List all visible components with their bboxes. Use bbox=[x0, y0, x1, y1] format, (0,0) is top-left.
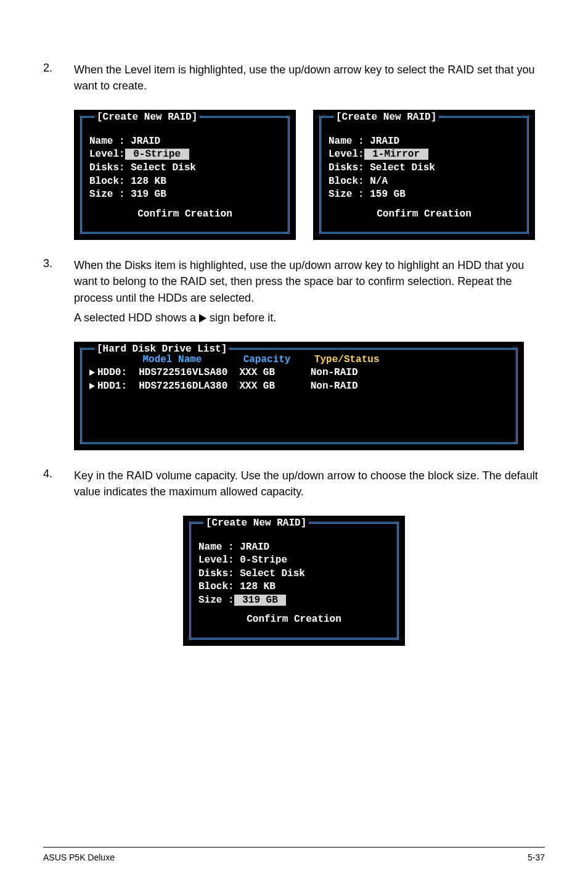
field-disks: Disks: Select Disk bbox=[198, 568, 305, 579]
confirm-creation[interactable]: Confirm Creation bbox=[377, 208, 472, 220]
field-name: Name : JRAID bbox=[89, 136, 160, 147]
step-number: 2. bbox=[43, 62, 74, 97]
create-raid-panel-size: [Create New RAID] Name : JRAID Level: 0-… bbox=[183, 516, 405, 646]
triangle-right-icon bbox=[89, 369, 95, 376]
triangle-right-icon bbox=[89, 383, 95, 389]
col-model: Model Name bbox=[142, 354, 202, 365]
field-block: Block: 128 KB bbox=[198, 581, 276, 592]
field-size: Size : 319 GB bbox=[89, 189, 166, 200]
field-size: Size : 159 GB bbox=[329, 189, 406, 200]
field-size-value[interactable]: 319 GB bbox=[234, 595, 287, 606]
field-level-value[interactable]: 1-Mirror bbox=[364, 149, 428, 160]
footer-right: 5-37 bbox=[528, 852, 545, 862]
panel-title: [Create New RAID] bbox=[333, 112, 439, 123]
field-level: Level: 0-Stripe bbox=[198, 555, 287, 566]
step-3: 3. When the Disks item is highlighted, u… bbox=[43, 257, 545, 329]
field-disks: Disks: Select Disk bbox=[329, 162, 435, 173]
panel-title: [Hard Disk Drive List] bbox=[94, 344, 229, 355]
hdd0-id[interactable]: HDD0: bbox=[97, 367, 127, 378]
hdd1-cap: XXX GB bbox=[239, 381, 275, 392]
note-prefix: A selected HDD shows a bbox=[74, 311, 199, 324]
step-text: When the Disks item is highlighted, use … bbox=[74, 257, 545, 305]
col-type: Type/Status bbox=[314, 354, 380, 365]
field-block: Block: N/A bbox=[329, 176, 388, 187]
field-disks: Disks: Select Disk bbox=[89, 162, 196, 173]
note-suffix: sign before it. bbox=[206, 311, 276, 324]
footer-left: ASUS P5K Deluxe bbox=[43, 852, 115, 862]
col-capacity: Capacity bbox=[243, 354, 291, 365]
create-raid-panel-stripe: [Create New RAID] Name : JRAID Level: 0-… bbox=[74, 110, 296, 240]
hdd1-model: HDS722516DLA380 bbox=[139, 381, 227, 392]
step-text: When the Level item is highlighted, use … bbox=[74, 62, 545, 94]
hdd1-id[interactable]: HDD1: bbox=[97, 381, 127, 392]
field-level-label: Level: bbox=[89, 149, 125, 160]
panel-title: [Create New RAID] bbox=[203, 518, 309, 529]
step-number: 3. bbox=[43, 257, 74, 329]
panels-step2: [Create New RAID] Name : JRAID Level: 0-… bbox=[74, 110, 545, 240]
hdd0-model: HDS722516VLSA80 bbox=[139, 367, 227, 378]
confirm-creation[interactable]: Confirm Creation bbox=[247, 614, 341, 625]
field-size-label: Size : bbox=[198, 595, 234, 606]
confirm-creation[interactable]: Confirm Creation bbox=[137, 208, 232, 220]
hdd-list-panel: [Hard Disk Drive List] Model Name Capaci… bbox=[74, 342, 524, 450]
step-4: 4. Key in the RAID volume capacity. Use … bbox=[43, 468, 545, 503]
triangle-right-icon bbox=[199, 314, 206, 323]
panel-title: [Create New RAID] bbox=[94, 112, 200, 123]
step-note: A selected HDD shows a sign before it. bbox=[74, 310, 545, 326]
field-name: Name : JRAID bbox=[198, 542, 269, 553]
step-2: 2. When the Level item is highlighted, u… bbox=[43, 62, 545, 97]
field-block: Block: 128 KB bbox=[89, 176, 166, 187]
field-level-label: Level: bbox=[329, 149, 364, 160]
field-level-value[interactable]: 0-Stripe bbox=[125, 149, 189, 160]
create-raid-panel-mirror: [Create New RAID] Name : JRAID Level: 1-… bbox=[313, 110, 535, 240]
page-footer: ASUS P5K Deluxe 5-37 bbox=[43, 847, 545, 862]
step-text: Key in the RAID volume capacity. Use the… bbox=[74, 468, 545, 500]
step-number: 4. bbox=[43, 468, 74, 503]
hdd0-cap: XXX GB bbox=[239, 367, 275, 378]
hdd0-type: Non-RAID bbox=[311, 367, 358, 378]
field-name: Name : JRAID bbox=[329, 136, 399, 147]
hdd1-type: Non-RAID bbox=[311, 381, 358, 392]
